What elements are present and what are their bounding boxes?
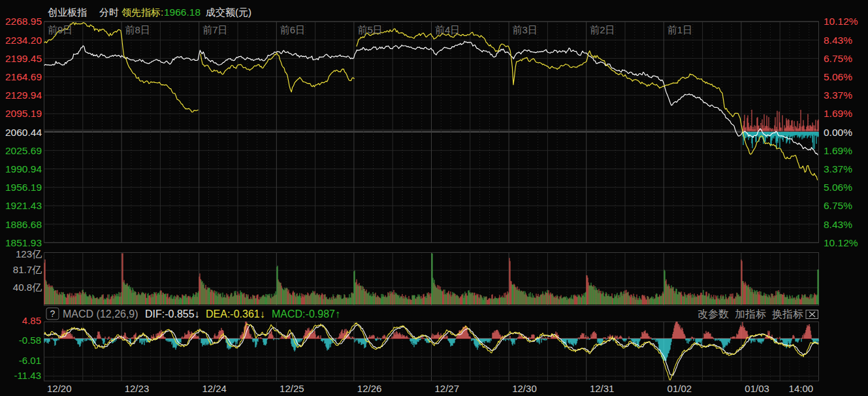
svg-text:2234.20: 2234.20 bbox=[5, 35, 42, 46]
svg-text:DEA:-0.361↓: DEA:-0.361↓ bbox=[206, 308, 265, 320]
svg-text:6.75%: 6.75% bbox=[824, 53, 852, 64]
svg-text:12/20: 12/20 bbox=[47, 383, 72, 394]
svg-text:12/24: 12/24 bbox=[202, 383, 227, 394]
svg-text:1966.18: 1966.18 bbox=[164, 7, 201, 18]
svg-text:4.85: 4.85 bbox=[22, 315, 41, 326]
svg-text:2268.95: 2268.95 bbox=[5, 16, 42, 27]
svg-text:前7日: 前7日 bbox=[202, 24, 227, 35]
svg-text:6.75%: 6.75% bbox=[824, 200, 852, 211]
svg-text:01/03: 01/03 bbox=[745, 383, 769, 394]
svg-text:MACD (12,26,9): MACD (12,26,9) bbox=[63, 308, 138, 320]
svg-text:-0.58: -0.58 bbox=[19, 335, 41, 346]
svg-text:前4日: 前4日 bbox=[435, 24, 460, 35]
svg-text:前3日: 前3日 bbox=[513, 24, 538, 35]
svg-text:前2日: 前2日 bbox=[590, 24, 615, 35]
svg-text:3.37%: 3.37% bbox=[824, 163, 852, 174]
svg-text:5.06%: 5.06% bbox=[824, 71, 852, 82]
svg-text:?: ? bbox=[50, 308, 56, 319]
svg-text:2164.69: 2164.69 bbox=[5, 71, 42, 82]
svg-text:40.8亿: 40.8亿 bbox=[13, 282, 42, 293]
svg-text:2025.69: 2025.69 bbox=[5, 145, 42, 156]
svg-text:1.69%: 1.69% bbox=[824, 145, 852, 156]
svg-text:01/02: 01/02 bbox=[667, 383, 692, 394]
svg-text:前6日: 前6日 bbox=[280, 24, 305, 35]
svg-text:1921.43: 1921.43 bbox=[5, 200, 42, 211]
svg-text:3.37%: 3.37% bbox=[824, 90, 852, 101]
svg-text:加指标: 加指标 bbox=[735, 308, 766, 320]
svg-text:前8日: 前8日 bbox=[125, 24, 150, 35]
svg-text:2129.94: 2129.94 bbox=[5, 90, 42, 101]
svg-text:-6.01: -6.01 bbox=[19, 355, 41, 366]
svg-text:换指标: 换指标 bbox=[772, 308, 803, 320]
svg-text:1.69%: 1.69% bbox=[824, 108, 852, 119]
svg-text:12/23: 12/23 bbox=[125, 383, 150, 394]
svg-text:前1日: 前1日 bbox=[667, 24, 692, 35]
svg-text:成交额(元): 成交额(元) bbox=[206, 7, 251, 18]
svg-text:8.43%: 8.43% bbox=[824, 219, 852, 230]
svg-text:12/30: 12/30 bbox=[512, 383, 537, 394]
svg-text:12/31: 12/31 bbox=[590, 383, 615, 394]
svg-text:MACD:-0.987↑: MACD:-0.987↑ bbox=[272, 308, 340, 320]
svg-text:2095.19: 2095.19 bbox=[5, 108, 42, 119]
svg-text:10.12%: 10.12% bbox=[824, 237, 858, 248]
svg-text:10.12%: 10.12% bbox=[824, 16, 858, 27]
svg-text:前5日: 前5日 bbox=[357, 24, 382, 35]
svg-text:2060.44: 2060.44 bbox=[5, 127, 42, 138]
svg-text:1956.19: 1956.19 bbox=[5, 182, 42, 193]
svg-text:1851.93: 1851.93 bbox=[5, 237, 42, 248]
svg-text:12/26: 12/26 bbox=[357, 383, 382, 394]
svg-text:分时: 分时 bbox=[99, 7, 119, 18]
svg-text:81.7亿: 81.7亿 bbox=[13, 264, 42, 275]
svg-text:0.00%: 0.00% bbox=[824, 127, 852, 138]
svg-text:1990.94: 1990.94 bbox=[5, 163, 42, 174]
svg-text:8.43%: 8.43% bbox=[824, 35, 852, 46]
svg-text:2199.45: 2199.45 bbox=[5, 53, 42, 64]
svg-text:12/25: 12/25 bbox=[280, 383, 304, 394]
svg-text:1886.68: 1886.68 bbox=[5, 219, 42, 230]
svg-text:14:00: 14:00 bbox=[789, 383, 814, 394]
svg-text:DIF:-0.855↓: DIF:-0.855↓ bbox=[145, 308, 200, 320]
svg-text:-11.43: -11.43 bbox=[14, 370, 41, 381]
svg-text:创业板指: 创业板指 bbox=[48, 7, 87, 18]
svg-text:改参数: 改参数 bbox=[698, 308, 729, 320]
svg-text:12/27: 12/27 bbox=[435, 383, 460, 394]
svg-text:123亿: 123亿 bbox=[16, 248, 42, 259]
svg-text:前9日: 前9日 bbox=[48, 24, 72, 35]
svg-text:5.06%: 5.06% bbox=[824, 182, 852, 193]
svg-text:领先指标:: 领先指标: bbox=[121, 7, 163, 18]
